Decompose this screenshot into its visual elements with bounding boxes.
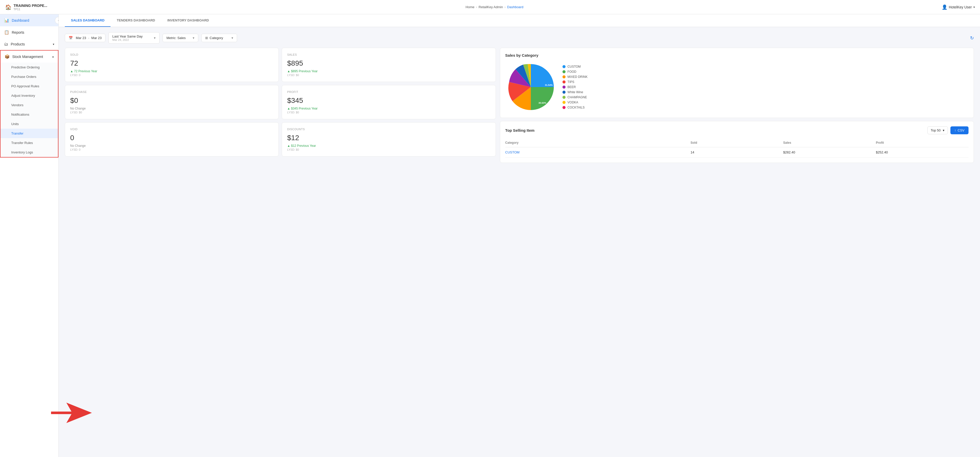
sidebar-subitem-transfer-rules[interactable]: Transfer Rules — [0, 138, 58, 148]
metrics-row-3: VOID 0 No Change LYSD: 0 DISCOUNTS $12 $… — [65, 122, 496, 156]
sidebar-subitem-adjust-inventory[interactable]: Adjust Inventory — [0, 91, 58, 100]
tab-sales-dashboard[interactable]: SALES DASHBOARD — [65, 14, 110, 27]
calendar-icon: 📅 — [68, 36, 73, 40]
void-prev: No Change — [70, 144, 273, 148]
metric-card-sold: SOLD 72 72 Previous Year LYSD: 0 — [65, 48, 279, 82]
csv-export-button[interactable]: ↑ CSV — [950, 126, 969, 134]
products-chevron-icon: ▾ — [53, 43, 54, 46]
table-row: CUSTOM 14 $282.40 $252.40 — [505, 147, 969, 158]
comparison-labels: Last Year Same Day Mar 24, 2022 — [112, 35, 143, 41]
breadcrumb-home[interactable]: Home — [466, 5, 474, 9]
purchase-label: PURCHASE — [70, 91, 273, 94]
breadcrumb-admin[interactable]: RetailKey Admin — [479, 5, 503, 9]
purchase-lysd: LYSD: $0 — [70, 111, 273, 114]
legend-dot-tips — [563, 80, 566, 83]
user-menu[interactable]: 👤 HotelKey User ▾ — [942, 4, 975, 10]
csv-label: CSV — [958, 128, 964, 132]
breadcrumb-sep-2: › — [504, 5, 506, 9]
breadcrumb-sep-1: › — [476, 5, 477, 9]
sidebar-subitem-predictive-ordering[interactable]: Predictive Ordering — [0, 62, 58, 72]
legend-label-custom: CUSTOM — [568, 65, 581, 68]
chart-title: Sales by Category — [505, 53, 969, 57]
comparison-chevron-icon: ▾ — [154, 36, 156, 40]
category-chevron-icon: ▾ — [231, 36, 233, 40]
tab-tenders-dashboard[interactable]: TENDERS DASHBOARD — [110, 14, 161, 27]
sales-lysd: LYSD: $0 — [287, 73, 490, 76]
legend-tips: TIPS — [563, 80, 588, 84]
comparison-dropdown[interactable]: Last Year Same Day Mar 24, 2022 ▾ — [108, 32, 159, 44]
void-value: 0 — [70, 134, 273, 142]
row-profit: $252.40 — [876, 150, 969, 154]
date-from: Mar 23 — [76, 36, 86, 40]
col-header-sold: Sold — [690, 141, 783, 145]
sales-prev: $895 Previous Year — [287, 69, 490, 73]
col-header-category: Category — [505, 141, 690, 145]
top50-dropdown[interactable]: Top 50 ▾ — [928, 126, 948, 134]
sidebar-subitem-units[interactable]: Units — [0, 119, 58, 129]
legend-vodka: VODKA — [563, 100, 588, 104]
top50-label: Top 50 — [931, 128, 941, 132]
metric-card-discounts: DISCOUNTS $12 $12 Previous Year LYSD: $0 — [282, 122, 496, 156]
breadcrumb: Home › RetailKey Admin › Dashboard — [466, 5, 523, 9]
category-dropdown[interactable]: ⊞ Category ▾ — [201, 34, 237, 42]
row-category[interactable]: CUSTOM — [505, 150, 690, 154]
sidebar-subitem-po-approval-rules[interactable]: PO Approval Rules — [0, 81, 58, 91]
brand-name: TRAINING PROPE... — [14, 3, 47, 8]
chart-section: Sales by Category — [500, 48, 974, 118]
legend-dot-cocktails — [563, 106, 566, 109]
app-container: 🏠 TRAINING PROPE... TP11 Home › RetailKe… — [0, 0, 980, 457]
sidebar-subitem-transfer[interactable]: Transfer — [0, 129, 58, 138]
main-layout: ‹ 📊 Dashboard 📋 Reports 🗂 Products ▾ 📦 — [0, 14, 980, 457]
top-selling-section: Top Selling Item Top 50 ▾ ↑ CSV — [500, 121, 974, 163]
metric-card-sales: SALES $895 $895 Previous Year LYSD: $0 — [282, 48, 496, 82]
refresh-button[interactable]: ↻ — [970, 35, 974, 41]
top-selling-header: Top Selling Item Top 50 ▾ ↑ CSV — [505, 126, 969, 134]
discounts-label: DISCOUNTS — [287, 127, 490, 131]
sold-value: 72 — [70, 59, 273, 67]
metrics-panel: SOLD 72 72 Previous Year LYSD: 0 SALES $… — [65, 48, 496, 163]
metrics-row-2: PURCHASE $0 No Change LYSD: $0 PROFIT $3… — [65, 85, 496, 119]
legend-dot-white-wine — [563, 91, 566, 94]
row-sold: 14 — [690, 150, 783, 154]
sales-value: $895 — [287, 59, 490, 67]
dashboard-icon: 📊 — [4, 18, 9, 23]
breadcrumb-current: Dashboard — [507, 5, 523, 9]
legend-dot-beer — [563, 86, 566, 89]
void-label: VOID — [70, 127, 273, 131]
metric-card-purchase: PURCHASE $0 No Change LYSD: $0 — [65, 85, 279, 119]
pie-label-custom: 31.54% — [545, 84, 553, 86]
filter-row: 📅 Mar 23 - Mar 23 Last Year Same Day Mar… — [65, 32, 974, 44]
metrics-row-1: SOLD 72 72 Previous Year LYSD: 0 SALES $… — [65, 48, 496, 82]
legend-label-beer: BEER — [568, 85, 576, 89]
profit-label: PROFIT — [287, 91, 490, 94]
date-range-picker[interactable]: 📅 Mar 23 - Mar 23 — [65, 34, 105, 42]
products-icon: 🗂 — [4, 42, 8, 46]
sidebar-item-dashboard[interactable]: 📊 Dashboard — [0, 14, 59, 26]
legend-dot-vodka — [563, 101, 566, 104]
legend-dot-mixed-drink — [563, 75, 566, 78]
top-selling-title: Top Selling Item — [505, 128, 535, 132]
pie-chart: 31.54% 30.63% — [505, 62, 556, 113]
tab-inventory-dashboard[interactable]: INVENTORY DASHBOARD — [161, 14, 215, 27]
legend-cocktails: COCKTAILS — [563, 106, 588, 109]
metric-card-profit: PROFIT $345 $345 Previous Year LYSD: $0 — [282, 85, 496, 119]
sidebar-subitem-vendors[interactable]: Vendors — [0, 100, 58, 110]
legend-white-wine: White Wine — [563, 91, 588, 94]
sidebar-subitem-inventory-logs[interactable]: Inventory Logs — [0, 148, 58, 157]
sidebar-item-products[interactable]: 🗂 Products ▾ — [0, 38, 59, 50]
brand-sub: TP11 — [14, 8, 47, 11]
pie-segment-food — [531, 87, 554, 110]
home-icon: 🏠 — [5, 4, 11, 10]
sidebar-subitem-notifications[interactable]: Notifications — [0, 110, 58, 119]
stock-management-section: 📦 Stock Management ▴ Predictive Ordering… — [0, 50, 59, 158]
sidebar-item-reports[interactable]: 📋 Reports — [0, 26, 59, 38]
sidebar-subitem-purchase-orders[interactable]: Purchase Orders — [0, 72, 58, 81]
layers-icon: ⊞ — [205, 36, 208, 40]
sidebar-item-stock-management[interactable]: 📦 Stock Management ▴ — [0, 51, 58, 62]
col-header-sales: Sales — [783, 141, 876, 145]
sidebar-dashboard-label: Dashboard — [12, 18, 29, 22]
legend-label-tips: TIPS — [568, 80, 574, 84]
discounts-value: $12 — [287, 134, 490, 142]
metric-dropdown[interactable]: Metric: Sales ▾ — [162, 34, 198, 42]
pie-svg: 31.54% 30.63% — [505, 62, 556, 113]
